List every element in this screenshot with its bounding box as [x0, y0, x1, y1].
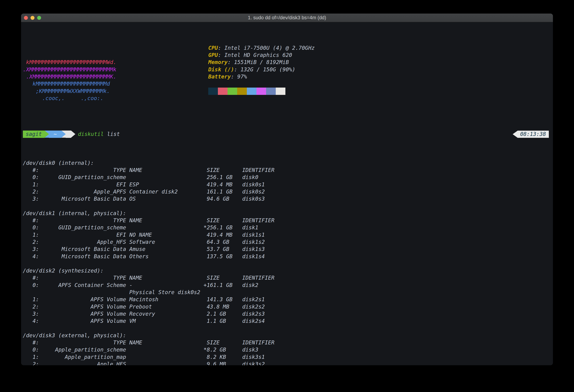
command-text: diskutil list	[78, 131, 120, 138]
zoom-button[interactable]	[37, 16, 41, 20]
info-line: CPU: Intel i7-7500U (4) @ 2.70GHz	[208, 44, 315, 52]
powerline-arrow-icon	[45, 131, 49, 138]
prompt-user: sagit	[23, 131, 45, 138]
info-label: Battery	[208, 74, 231, 80]
info-line: Battery: 97%	[208, 73, 315, 80]
ascii-line: kMMMMMMMMMMMMMMMMMMMMMMd	[23, 81, 110, 87]
powerline-arrow-icon	[62, 131, 66, 138]
diskutil-output: /dev/disk0 (internal): #: TYPE NAME SIZE…	[23, 159, 551, 365]
command-segment: list	[104, 131, 120, 137]
info-label: Disk (/)	[208, 66, 234, 73]
info-value: : Intel i7-7500U (4) @ 2.70GHz	[218, 45, 315, 51]
info-label: GPU	[208, 52, 218, 58]
neofetch-block: kMMMMMMMMMMMMMMMMMMMMMMMMWd. .XMMMMMMMMM…	[23, 44, 551, 109]
prompt-chevron	[66, 131, 71, 138]
system-info: CPU: Intel i7-7500U (4) @ 2.70GHzGPU: In…	[208, 44, 315, 80]
traffic-lights	[24, 14, 41, 22]
info-line: Memory: 1551MiB / 8192MiB	[208, 59, 315, 66]
ascii-line: .XMMMMMMMMMMMMMMMMMMMMMMMMK.	[23, 74, 116, 80]
info-value: : 97%	[231, 74, 247, 80]
color-palette	[208, 88, 285, 95]
window-title: 1. sudo dd of=/dev/disk3 bs=4m (dd)	[248, 15, 326, 20]
terminal-content[interactable]: kMMMMMMMMMMMMMMMMMMMMMMMMWd. .XMMMMMMMMM…	[21, 22, 553, 365]
timestamp-badge: 08:13:38	[513, 131, 549, 138]
info-value: : 1551MiB / 8192MiB	[227, 59, 289, 65]
palette-swatch	[218, 88, 227, 95]
palette-swatch	[237, 88, 247, 95]
prompt-line-1: sagit ~ diskutil list 08:13:38	[23, 131, 551, 138]
palette-swatch	[266, 88, 276, 95]
palette-swatch	[256, 88, 266, 95]
info-line: Disk (/): 132G / 150G (90%)	[208, 66, 315, 73]
palette-swatch	[208, 88, 218, 95]
info-label: Memory	[208, 59, 227, 65]
ascii-line: .XMMMMMMMMMMMMMMMMMMMMMMMMMMk	[23, 66, 116, 73]
ascii-line: .cooc,. .,coo:.	[23, 95, 103, 101]
titlebar[interactable]: 1. sudo dd of=/dev/disk3 bs=4m (dd)	[21, 14, 553, 22]
ascii-line: kMMMMMMMMMMMMMMMMMMMMMMMMWd.	[23, 59, 116, 65]
info-value: : 132G / 150G (90%)	[234, 66, 295, 73]
close-button[interactable]	[24, 16, 28, 20]
command-segment: diskutil	[78, 131, 104, 137]
palette-swatch	[227, 88, 237, 95]
ascii-line: ;KMMMMMMMMWXXWMMMMMMMk.	[23, 88, 110, 94]
palette-swatch	[276, 88, 285, 95]
info-line: GPU: Intel HD Graphics 620	[208, 52, 315, 59]
powerline-arrow-icon	[71, 131, 75, 138]
prompt-path: ~	[49, 131, 62, 138]
powerline-prompt: sagit ~	[23, 131, 75, 138]
info-value: : Intel HD Graphics 620	[218, 52, 292, 58]
info-label: CPU	[208, 45, 218, 51]
palette-swatch	[247, 88, 256, 95]
terminal-window: 1. sudo dd of=/dev/disk3 bs=4m (dd) kMMM…	[21, 14, 553, 365]
minimize-button[interactable]	[31, 16, 35, 20]
